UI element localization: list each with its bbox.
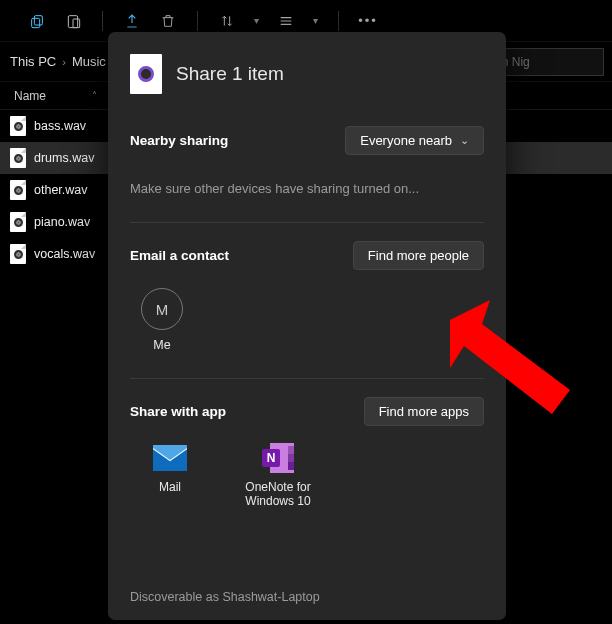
more-icon[interactable]: •••: [359, 12, 377, 30]
svg-rect-9: [288, 462, 294, 470]
audio-file-icon: [10, 148, 26, 168]
share-icon[interactable]: [123, 12, 141, 30]
svg-text:N: N: [267, 451, 276, 465]
share-with-app-label: Share with app: [130, 404, 226, 419]
copy-icon[interactable]: [28, 12, 46, 30]
app-onenote[interactable]: N OneNote for Windows 10: [238, 444, 318, 508]
paste-icon[interactable]: [64, 12, 82, 30]
avatar: M: [141, 288, 183, 330]
share-dialog: Share 1 item Nearby sharing Everyone nea…: [108, 32, 506, 620]
app-label: OneNote for Windows 10: [238, 480, 318, 508]
file-name: other.wav: [34, 183, 88, 197]
view-icon[interactable]: [277, 12, 295, 30]
svg-rect-7: [288, 446, 294, 454]
app-label: Mail: [130, 480, 210, 494]
divider: [130, 378, 484, 379]
audio-file-icon: [10, 116, 26, 136]
audio-file-icon: [10, 244, 26, 264]
share-footer: Discoverable as Shashwat-Laptop: [108, 576, 506, 620]
share-title: Share 1 item: [176, 63, 284, 85]
mail-icon: [152, 444, 188, 472]
contact-me[interactable]: M Me: [130, 288, 194, 352]
audio-file-icon: [10, 212, 26, 232]
sort-icon[interactable]: [218, 12, 236, 30]
chevron-down-icon[interactable]: ▾: [313, 15, 318, 26]
delete-icon[interactable]: [159, 12, 177, 30]
nearby-sharing-label: Nearby sharing: [130, 133, 228, 148]
audio-file-icon: [10, 180, 26, 200]
file-thumbnail-icon: [130, 54, 162, 94]
nearby-sharing-dropdown[interactable]: Everyone nearb ⌄: [345, 126, 484, 155]
file-name: vocals.wav: [34, 247, 95, 261]
breadcrumb-item[interactable]: Music: [72, 54, 106, 69]
svg-rect-8: [288, 454, 294, 462]
toolbar-divider: [197, 11, 198, 31]
toolbar-divider: [338, 11, 339, 31]
svg-rect-1: [32, 18, 40, 27]
contact-name: Me: [130, 338, 194, 352]
file-name: piano.wav: [34, 215, 90, 229]
nearby-hint: Make sure other devices have sharing tur…: [130, 181, 484, 196]
chevron-right-icon: ›: [62, 56, 66, 68]
breadcrumb-item[interactable]: This PC: [10, 54, 56, 69]
onenote-icon: N: [260, 444, 296, 472]
email-contact-label: Email a contact: [130, 248, 229, 263]
toolbar-divider: [102, 11, 103, 31]
chevron-down-icon[interactable]: ▾: [254, 15, 259, 26]
file-name: drums.wav: [34, 151, 94, 165]
find-more-apps-button[interactable]: Find more apps: [364, 397, 484, 426]
find-more-people-button[interactable]: Find more people: [353, 241, 484, 270]
app-mail[interactable]: Mail: [130, 444, 210, 508]
divider: [130, 222, 484, 223]
file-name: bass.wav: [34, 119, 86, 133]
chevron-down-icon: ⌄: [460, 134, 469, 147]
svg-rect-3: [73, 19, 80, 28]
sort-asc-icon: ˄: [92, 90, 97, 101]
